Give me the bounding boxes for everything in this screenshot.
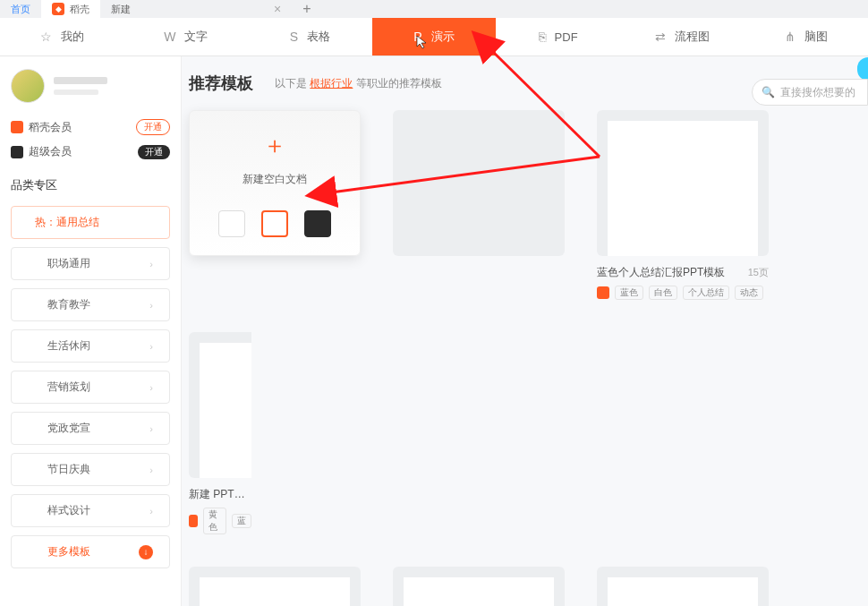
chevron-right-icon: ›	[149, 423, 153, 434]
tool-present[interactable]: P演示	[372, 18, 497, 55]
search-input[interactable]: 🔍 直接搜你想要的	[752, 79, 868, 106]
cat-education[interactable]: 教育教学›	[11, 288, 170, 321]
present-icon: P	[413, 30, 421, 44]
chevron-right-icon: ›	[149, 259, 153, 269]
search-icon: 🔍	[762, 86, 775, 98]
chevron-right-icon: ›	[149, 341, 153, 352]
tool-pdf[interactable]: ⎘PDF	[496, 30, 620, 44]
badge-black-icon	[11, 146, 23, 158]
mind-icon: ⋔	[785, 30, 796, 44]
tab-new-label: 新建	[111, 3, 131, 16]
card-template-ancient-city[interactable]: 古城旧居-国风演示10页 中国风静态黑色古城	[189, 567, 361, 606]
pdf-icon: ⎘	[539, 30, 546, 44]
tool-flow[interactable]: ⇄流程图	[620, 29, 745, 45]
window-tabs: 首页 ◆ 稻壳 新建 × +	[0, 0, 868, 18]
chevron-right-icon: ›	[149, 382, 153, 393]
chevron-right-icon: ›	[149, 300, 153, 311]
content: 推荐模板 以下是 根据行业 等职业的推荐模板 🔍 直接搜你想要的 ＋ 新建空白文…	[182, 56, 868, 606]
plus-icon: ＋	[263, 130, 286, 161]
tab-daoke[interactable]: ◆ 稻壳	[41, 0, 100, 18]
tool-mind[interactable]: ⋔脑图	[744, 29, 868, 45]
page-subtitle: 以下是 根据行业 等职业的推荐模板	[275, 76, 442, 91]
card-template-blue-summary[interactable]: 蓝色个人总结汇报PPT模板15页 蓝色白色个人总结动态	[597, 110, 769, 300]
badge-orange-icon	[11, 121, 23, 133]
cat-festival[interactable]: 节日庆典›	[11, 453, 170, 486]
avatar	[11, 69, 45, 103]
card-template-analects[interactable]: 中国风论语古典演示汇报模板13页 中国风白色静态黑色	[597, 567, 769, 606]
tab-new[interactable]: 新建 ×	[100, 0, 292, 18]
star-icon: ☆	[40, 30, 52, 44]
open-button-1[interactable]: 开通	[136, 119, 170, 135]
tool-text[interactable]: W文字	[124, 29, 249, 45]
swatch-white[interactable]	[218, 210, 245, 237]
cat-marketing[interactable]: 营销策划›	[11, 371, 170, 404]
chevron-right-icon: ›	[149, 465, 153, 475]
card-template-governance[interactable]: 谈治国理政第三卷第十六专题…27页 黄色红色动态宽屏	[393, 567, 565, 606]
card-placeholder[interactable]	[393, 110, 565, 300]
tab-add[interactable]: +	[292, 0, 321, 18]
vip-icon	[189, 515, 198, 527]
vip-icon	[597, 286, 609, 299]
cat-life[interactable]: 生活休闲›	[11, 329, 170, 363]
sheet-icon: S	[290, 30, 298, 44]
open-button-2[interactable]: 开通	[138, 145, 170, 159]
tab-home[interactable]: 首页	[0, 0, 41, 18]
cat-workplace[interactable]: 职场通用›	[11, 247, 170, 280]
sidebar: 稻壳会员 开通 超级会员 开通 品类专区 热：通用总结 职场通用› 教育教学› …	[0, 56, 182, 606]
member-super[interactable]: 超级会员 开通	[11, 144, 170, 159]
industry-link[interactable]: 根据行业	[310, 77, 353, 90]
cat-style[interactable]: 样式设计›	[11, 494, 170, 527]
cat-more[interactable]: 更多模板↓	[11, 535, 170, 568]
toolbar: ☆我的 W文字 S表格 P演示 ⎘PDF ⇄流程图 ⋔脑图	[0, 18, 868, 56]
text-icon: W	[164, 30, 175, 44]
flow-icon: ⇄	[655, 30, 666, 44]
swatch-selected[interactable]	[261, 210, 288, 237]
close-icon[interactable]: ×	[274, 2, 281, 16]
member-daoke[interactable]: 稻壳会员 开通	[11, 119, 170, 135]
profile-sub	[54, 90, 98, 95]
section-title: 品类专区	[11, 177, 170, 193]
chevron-right-icon: ›	[149, 506, 153, 516]
cat-hot[interactable]: 热：通用总结	[11, 206, 170, 239]
download-icon: ↓	[139, 545, 153, 559]
search-placeholder: 直接搜你想要的	[780, 85, 855, 100]
cat-party[interactable]: 党政党宣›	[11, 412, 170, 445]
tab-daoke-label: 稻壳	[70, 3, 89, 16]
fire-icon: ◆	[52, 3, 64, 15]
card-template-partial-1[interactable]: 新建 PPT演示 黄色蓝	[189, 332, 251, 534]
card-create-blank[interactable]: ＋ 新建空白文档	[189, 110, 361, 300]
profile-name	[54, 77, 107, 84]
tool-my[interactable]: ☆我的	[0, 29, 124, 45]
create-label: 新建空白文档	[243, 172, 307, 187]
page-title: 推荐模板	[189, 73, 253, 94]
swatch-black[interactable]	[304, 210, 331, 237]
profile[interactable]	[11, 69, 170, 103]
tool-sheet[interactable]: S表格	[248, 29, 372, 45]
